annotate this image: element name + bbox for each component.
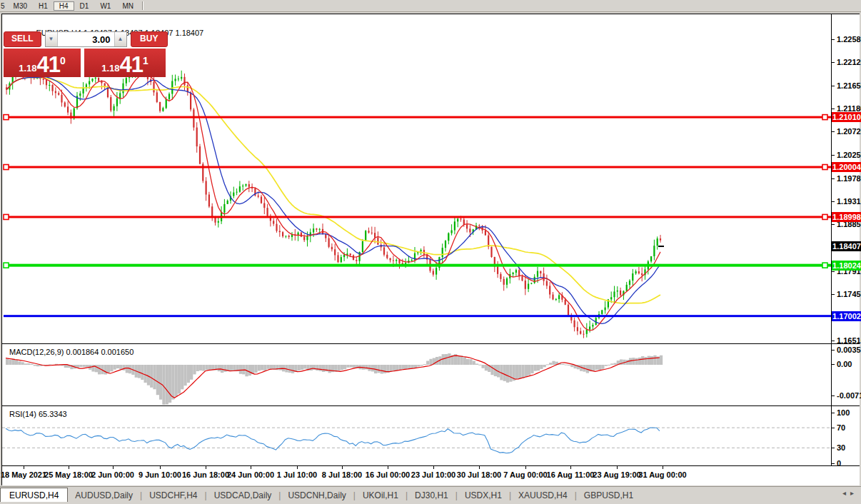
- axis-tick-mark: [832, 463, 835, 464]
- time-axis: 18 May 202125 May 18:002 Jun 00:009 Jun …: [2, 466, 860, 485]
- hline-1.20004[interactable]: [4, 166, 831, 168]
- chart-tab-AUDUSD[interactable]: AUDUSD,Daily: [68, 488, 140, 503]
- timeframe-button-M30[interactable]: M30: [8, 1, 33, 11]
- price-tick-label: 1.20720: [837, 127, 861, 136]
- timeframe-button-D1[interactable]: D1: [74, 1, 95, 11]
- price-tick-label: 1.20250: [837, 151, 861, 159]
- time-tick-label: 18 May 2021: [1, 470, 46, 479]
- chart-tab-USDCAD[interactable]: USDCAD,Daily: [207, 488, 279, 503]
- time-tick-label: 7 Aug 00:00: [503, 470, 547, 479]
- volume-input[interactable]: [58, 32, 114, 46]
- volume-spinner: ▼ ▲: [45, 31, 127, 47]
- sell-button[interactable]: SELL: [4, 31, 41, 47]
- time-tick-mark: [617, 466, 618, 469]
- time-tick-mark: [160, 466, 161, 469]
- buy-price-box[interactable]: 1.18411: [84, 49, 166, 77]
- chart-tab-USDCNH[interactable]: USDCNH,Daily: [281, 488, 353, 503]
- hline-1.21010[interactable]: [4, 116, 831, 119]
- time-tick-label: 16 Jul 00:00: [366, 470, 410, 479]
- hline-1.18024[interactable]: [4, 264, 831, 267]
- hline-price-badge: 1.17002: [832, 311, 861, 321]
- rsi-scale-label: 30: [837, 443, 845, 452]
- chart-window: ▲EURUSD,H4 1.18407 1.18407 1.18407 1.184…: [1, 14, 860, 485]
- mt4-terminal: 5M30H1H4D1W1MN ▲EURUSD,H4 1.18407 1.1840…: [0, 0, 861, 504]
- chart-tab-USDCHF[interactable]: USDCHF,H4: [142, 488, 204, 503]
- hline-1.18998[interactable]: [4, 216, 831, 218]
- sell-price-small: 1.18: [19, 61, 36, 76]
- macd-signal-line: [6, 356, 660, 398]
- volume-up-button[interactable]: ▲: [114, 32, 126, 46]
- macd-pane: MACD(12,26,9) 0.001864 0.001650 0.003515…: [2, 344, 860, 406]
- hline-price-badge: 1.18998: [832, 212, 861, 222]
- timeframe-button-5[interactable]: 5: [0, 1, 8, 11]
- chart-tab-USDX[interactable]: USDX,H1: [458, 488, 509, 503]
- rsi-pane: RSI(14) 65.3343 10070300: [2, 406, 860, 466]
- sell-price-box[interactable]: 1.18410: [4, 49, 81, 77]
- price-tick-label: 1.22580: [837, 35, 861, 44]
- current-price-badge: 1.18407: [832, 241, 861, 251]
- time-tick-label: 31 Aug 00:00: [638, 470, 686, 479]
- axis-tick-mark: [832, 271, 835, 272]
- axis-tick-mark: [832, 39, 835, 40]
- axis-tick-mark: [832, 294, 835, 295]
- time-tick-label: 16 Aug 11:00: [547, 470, 595, 479]
- tab-scroll-right-icon[interactable]: ▸: [850, 489, 858, 497]
- macd-scale-label: 0.003515: [837, 346, 861, 354]
- axis-tick-mark: [832, 341, 835, 341]
- macd-label: MACD(12,26,9) 0.001864 0.001650: [9, 348, 134, 356]
- axis-tick-mark: [832, 350, 835, 351]
- macd-axis-line: [831, 344, 832, 405]
- axis-tick-mark: [832, 413, 835, 413]
- tab-scroll-left-icon[interactable]: ◂: [842, 489, 850, 497]
- tab-scroll-arrows[interactable]: ◂▸: [842, 489, 858, 497]
- volume-down-button[interactable]: ▼: [46, 32, 58, 46]
- time-tick-mark: [69, 466, 69, 469]
- time-tick-mark: [570, 466, 571, 469]
- price-pane: ▲EURUSD,H4 1.18407 1.18407 1.18407 1.184…: [2, 14, 860, 344]
- rsi-scale-label: 100: [837, 408, 850, 417]
- buy-price-small: 1.18: [101, 61, 119, 76]
- macd-scale-label: 0.00: [837, 360, 852, 368]
- macd-scale-label: -0.007178: [837, 391, 861, 400]
- time-tick-label: 24 Jun 00:00: [227, 470, 274, 479]
- sell-price-sup: 0: [60, 49, 66, 73]
- time-tick-mark: [525, 466, 526, 469]
- time-tick-mark: [479, 466, 480, 469]
- current-price-dash: [658, 246, 664, 247]
- rsi-line: [6, 428, 660, 453]
- ma-fast-line: [6, 74, 660, 330]
- axis-tick-mark: [832, 131, 835, 132]
- chart-tab-DJ30[interactable]: DJ30,H1: [408, 488, 455, 503]
- rsi-canvas[interactable]: [2, 406, 831, 465]
- ma-mid-line: [6, 77, 660, 324]
- time-tick-mark: [342, 466, 343, 469]
- buy-button[interactable]: BUY: [131, 31, 168, 47]
- chart-tab-GBPUSD[interactable]: GBPUSD,H1: [577, 488, 640, 503]
- hline-1.17002[interactable]: [4, 315, 831, 317]
- chart-tab-UKOil[interactable]: UKOil,H1: [356, 488, 406, 503]
- rsi-axis-line: [831, 406, 832, 465]
- time-tick-label: 8 Jul 18:00: [322, 470, 362, 479]
- chart-tab-XAUUSD[interactable]: XAUUSD,H4: [511, 488, 575, 503]
- timeframe-button-H4[interactable]: H4: [54, 1, 74, 11]
- chart-tab-bar: EURUSD,H4AUDUSD,Daily|USDCHF,H4|USDCAD,D…: [0, 486, 861, 503]
- time-tick-mark: [24, 466, 24, 469]
- axis-tick-mark: [832, 448, 835, 448]
- rsi-scale-label: 70: [837, 423, 845, 432]
- buy-price-sup: 1: [143, 49, 148, 73]
- axis-tick-mark: [832, 86, 835, 86]
- axis-tick-mark: [832, 395, 835, 396]
- time-tick-mark: [113, 466, 114, 469]
- chart-tab-EURUSD[interactable]: EURUSD,H4: [0, 488, 68, 503]
- time-tick-mark: [251, 466, 251, 469]
- time-tick-label: 1 Jul 10:00: [277, 470, 317, 479]
- timeframe-button-MN[interactable]: MN: [116, 1, 139, 11]
- timeframe-button-H1[interactable]: H1: [33, 1, 54, 11]
- time-tick-mark: [433, 466, 434, 469]
- sell-price-big: 41: [37, 54, 60, 76]
- buy-price-big: 41: [120, 54, 143, 76]
- one-click-trading-panel: SELL ▼ ▲ BUY 1.18410 1.18411: [4, 31, 168, 77]
- hline-price-badge: 1.21010: [832, 112, 861, 122]
- timeframe-button-W1[interactable]: W1: [94, 1, 116, 11]
- rsi-label: RSI(14) 65.3343: [9, 410, 67, 418]
